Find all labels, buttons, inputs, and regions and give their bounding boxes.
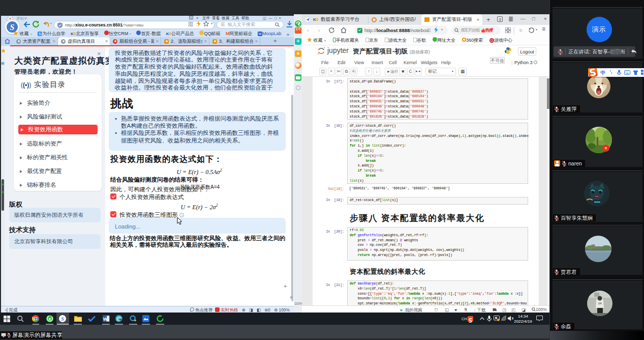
svg-text:W: W (103, 317, 108, 322)
svg-text:e: e (49, 317, 51, 321)
svg-text:14: 14 (598, 302, 602, 305)
svg-text:S: S (61, 316, 64, 322)
